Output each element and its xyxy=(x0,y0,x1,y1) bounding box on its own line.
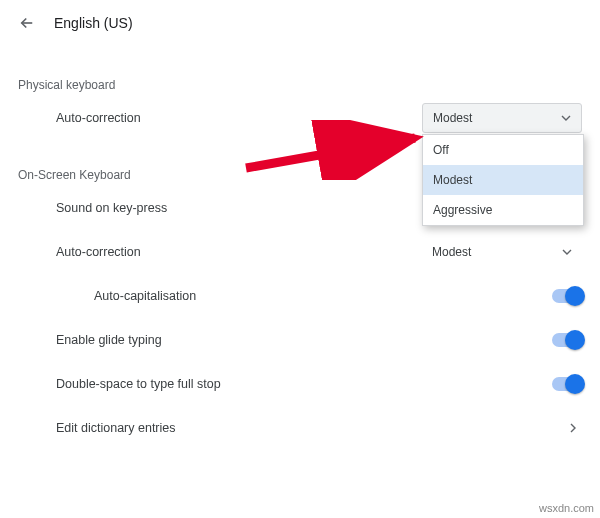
label-glide-typing: Enable glide typing xyxy=(18,333,162,347)
watermark: wsxdn.com xyxy=(539,502,594,514)
label-edit-dictionary: Edit dictionary entries xyxy=(18,421,176,435)
dropdown-physical-auto-correction: Off Modest Aggressive xyxy=(422,134,584,226)
arrow-left-icon xyxy=(18,14,36,32)
header: English (US) xyxy=(0,0,600,50)
select-value: Modest xyxy=(432,245,471,259)
section-physical-keyboard: Physical keyboard xyxy=(0,78,600,92)
row-double-space: Double-space to type full stop xyxy=(0,362,600,406)
row-glide-typing: Enable glide typing xyxy=(0,318,600,362)
toggle-auto-capitalisation[interactable] xyxy=(552,289,582,303)
select-value: Modest xyxy=(433,111,472,125)
dropdown-option-aggressive[interactable]: Aggressive xyxy=(423,195,583,225)
label-double-space: Double-space to type full stop xyxy=(18,377,221,391)
back-button[interactable] xyxy=(18,14,36,32)
label-sound-on-keypress: Sound on key-press xyxy=(18,201,167,215)
select-onscreen-auto-correction[interactable]: Modest xyxy=(422,237,582,267)
chevron-right-icon xyxy=(564,419,582,437)
caret-down-icon xyxy=(562,247,572,257)
row-edit-dictionary[interactable]: Edit dictionary entries xyxy=(0,406,600,450)
toggle-glide-typing[interactable] xyxy=(552,333,582,347)
row-auto-capitalisation: Auto-capitalisation xyxy=(0,274,600,318)
label-auto-capitalisation: Auto-capitalisation xyxy=(18,289,196,303)
label-onscreen-auto-correction: Auto-correction xyxy=(18,245,141,259)
page-title: English (US) xyxy=(54,15,133,31)
select-physical-auto-correction[interactable]: Modest Off Modest Aggressive xyxy=(422,103,582,133)
label-physical-auto-correction: Auto-correction xyxy=(18,111,141,125)
dropdown-option-off[interactable]: Off xyxy=(423,135,583,165)
caret-down-icon xyxy=(561,113,571,123)
dropdown-option-modest[interactable]: Modest xyxy=(423,165,583,195)
row-physical-auto-correction: Auto-correction Modest Off Modest Aggres… xyxy=(0,96,600,140)
toggle-double-space[interactable] xyxy=(552,377,582,391)
svg-line-0 xyxy=(246,138,415,168)
row-onscreen-auto-correction: Auto-correction Modest xyxy=(0,230,600,274)
